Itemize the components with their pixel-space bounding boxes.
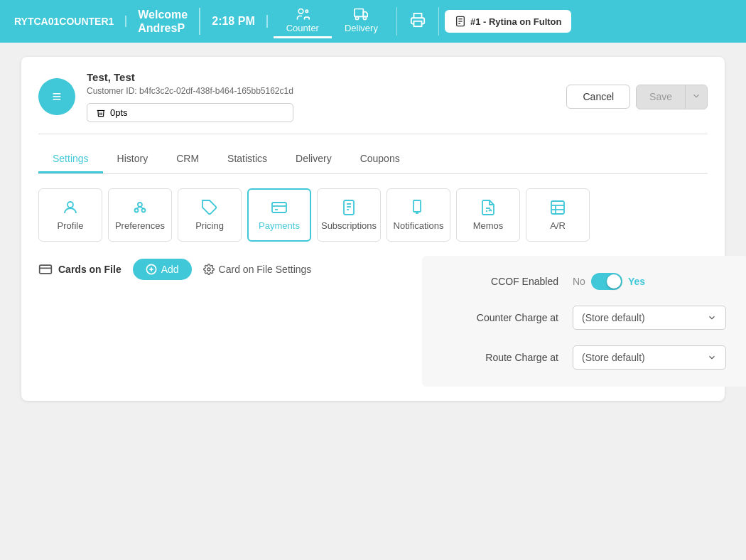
toggle-track: [591, 273, 622, 290]
section-pricing[interactable]: Pricing: [178, 188, 242, 242]
preferences-icon: [131, 199, 148, 216]
tab-history[interactable]: History: [103, 146, 163, 173]
location-label: #1 - Rytina on Fulton: [470, 16, 562, 27]
ar-icon: [549, 199, 566, 216]
cancel-button[interactable]: Cancel: [566, 85, 630, 109]
header-nav: Counter Delivery #1 - Rytina on Fulton: [268, 4, 737, 38]
customer-card: ≡ Test, Test Customer ID: b4fc3c2c-02df-…: [21, 57, 725, 401]
cards-icon: [38, 262, 53, 276]
section-memos[interactable]: Memos: [456, 188, 520, 242]
svg-rect-2: [355, 9, 364, 17]
ccof-enabled-label: CCOF Enabled: [445, 276, 558, 287]
svg-rect-28: [551, 201, 564, 214]
svg-point-11: [138, 203, 142, 207]
ccof-enabled-row: CCOF Enabled No Yes: [445, 273, 726, 290]
tab-crm[interactable]: CRM: [162, 146, 213, 173]
cof-settings-link[interactable]: Card on File Settings: [203, 264, 312, 275]
svg-point-37: [207, 268, 210, 271]
section-subscriptions[interactable]: Subscriptions: [317, 188, 381, 242]
cof-settings-label: Card on File Settings: [219, 264, 312, 275]
section-notifications[interactable]: Notifications: [386, 188, 450, 242]
add-card-button[interactable]: Add: [133, 259, 192, 280]
chevron-down-icon: [707, 313, 717, 323]
svg-point-4: [364, 16, 367, 19]
memos-icon: [480, 199, 497, 216]
save-btn-group: Save: [636, 85, 708, 109]
toggle-thumb: [607, 274, 621, 289]
section-pricing-label: Pricing: [195, 220, 224, 231]
customer-id: Customer ID: b4fc3c2c-02df-438f-b464-165…: [87, 86, 293, 96]
cof-label-text: Cards on File: [58, 264, 121, 275]
subscriptions-icon: [340, 199, 357, 216]
avatar-icon: ≡: [53, 87, 62, 106]
svg-point-1: [306, 10, 308, 12]
section-subscriptions-label: Subscriptions: [321, 220, 377, 231]
route-charge-label: Route Charge at: [445, 352, 558, 363]
nav-counter[interactable]: Counter: [274, 4, 332, 38]
svg-rect-5: [413, 21, 421, 26]
counter-charge-row: Counter Charge at (Store default): [445, 306, 726, 330]
opts-button[interactable]: 0pts: [87, 103, 293, 122]
route-charge-selected: (Store default): [582, 352, 645, 363]
notifications-icon: [410, 199, 427, 216]
svg-point-10: [67, 202, 73, 208]
svg-rect-17: [272, 203, 286, 212]
counter-charge-dropdown[interactable]: (Store default): [573, 306, 726, 330]
counter-charge-value: (Store default): [573, 306, 726, 330]
cof-settings-icon: [203, 264, 215, 275]
time-display: 2:18 PM: [200, 15, 267, 28]
profile-icon: [62, 199, 79, 216]
tabs-row: Settings History CRM Statistics Delivery…: [38, 146, 708, 174]
svg-point-3: [356, 16, 359, 19]
location-button[interactable]: #1 - Rytina on Fulton: [445, 10, 572, 33]
section-payments-label: Payments: [259, 220, 300, 231]
svg-point-12: [135, 209, 139, 212]
ccof-panel: CCOF Enabled No Yes Counter Charge at: [422, 256, 746, 387]
receipt-icon: [455, 16, 466, 27]
nav-counter-label: Counter: [286, 23, 319, 33]
save-chevron-button[interactable]: [685, 85, 707, 109]
cards-on-file-label: Cards on File: [38, 262, 121, 276]
customer-info: Test, Test Customer ID: b4fc3c2c-02df-43…: [87, 71, 293, 122]
section-preferences-label: Preferences: [115, 220, 165, 231]
chevron-down-icon2: [707, 352, 717, 362]
add-label: Add: [161, 264, 179, 275]
tab-delivery[interactable]: Delivery: [281, 146, 346, 173]
section-profile[interactable]: Profile: [38, 188, 102, 242]
section-grid: Profile Preferences Pricing: [38, 188, 708, 242]
section-payments[interactable]: Payments: [247, 188, 311, 242]
divider: [38, 134, 708, 134]
payments-icon: [271, 199, 288, 216]
customer-row: ≡ Test, Test Customer ID: b4fc3c2c-02df-…: [38, 71, 708, 122]
svg-point-0: [298, 9, 303, 14]
customer-actions: Cancel Save: [566, 85, 708, 109]
save-button[interactable]: Save: [637, 85, 685, 108]
svg-rect-24: [413, 200, 421, 212]
toggle-no-label: No: [573, 276, 585, 287]
section-ar[interactable]: A/R: [526, 188, 590, 242]
counter-charge-label: Counter Charge at: [445, 312, 558, 323]
delivery-icon: [354, 7, 368, 21]
main-content: ≡ Test, Test Customer ID: b4fc3c2c-02df-…: [0, 43, 746, 560]
plus-icon: [146, 264, 157, 275]
header: RYTCA01COUNTER1 Welcome AndresP 2:18 PM …: [0, 0, 746, 43]
ccof-toggle[interactable]: [591, 273, 622, 290]
route-charge-row: Route Charge at (Store default): [445, 345, 726, 370]
nav-delivery[interactable]: Delivery: [332, 4, 391, 38]
print-button[interactable]: [403, 8, 433, 35]
tab-coupons[interactable]: Coupons: [346, 146, 414, 173]
tab-settings[interactable]: Settings: [38, 146, 103, 173]
counter-charge-selected: (Store default): [582, 312, 645, 323]
tab-statistics[interactable]: Statistics: [213, 146, 281, 173]
section-preferences[interactable]: Preferences: [108, 188, 172, 242]
customer-name: Test, Test: [87, 71, 293, 83]
svg-rect-32: [40, 265, 52, 274]
nav-separator2: [438, 7, 439, 36]
station-label: RYTCA01COUNTER1: [9, 16, 126, 27]
toggle-yes-label: Yes: [628, 276, 645, 287]
section-memos-label: Memos: [473, 220, 504, 231]
pricing-icon: [201, 199, 218, 216]
svg-point-13: [142, 209, 146, 212]
route-charge-dropdown[interactable]: (Store default): [573, 345, 726, 370]
trash-icon: [96, 108, 106, 118]
